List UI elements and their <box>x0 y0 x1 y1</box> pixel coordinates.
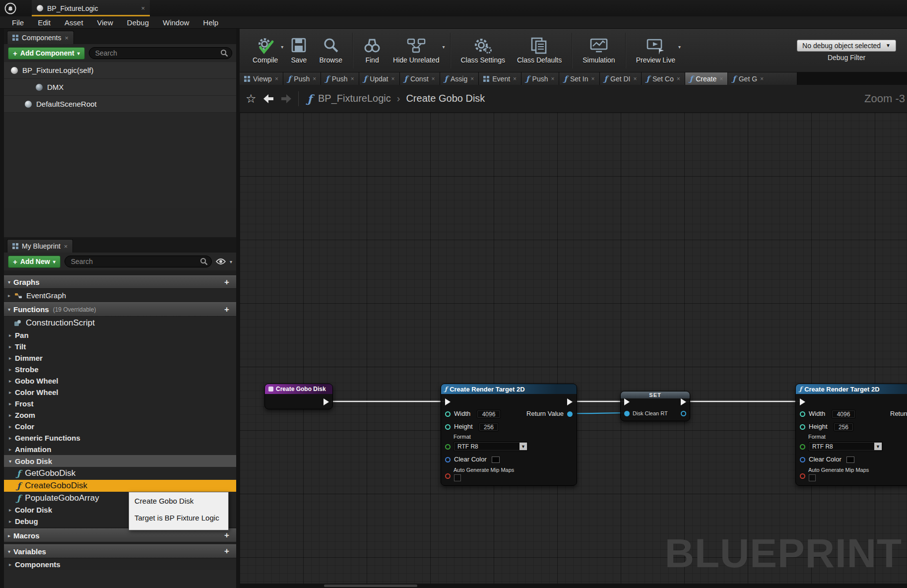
debug-object-select[interactable]: No debug object selected ▼ <box>797 40 896 52</box>
close-icon[interactable]: × <box>591 75 595 82</box>
expand-arrow-icon[interactable]: ▸ <box>8 293 10 298</box>
category-components[interactable]: ▸Components <box>4 558 236 570</box>
collapse-arrow-icon[interactable]: ▸ <box>8 533 10 538</box>
list-item-creategobodisk[interactable]: ƒ CreateGoboDisk <box>4 480 236 492</box>
format-pin[interactable] <box>445 444 451 450</box>
tree-row[interactable]: DMX <box>4 79 236 96</box>
mipmaps-checkbox[interactable] <box>809 474 816 481</box>
node-header[interactable]: SET <box>621 392 690 398</box>
add-function-button[interactable]: + <box>224 305 229 315</box>
format-pin[interactable] <box>800 444 805 450</box>
menu-asset[interactable]: Asset <box>58 16 90 29</box>
tab-close-icon[interactable]: × <box>141 4 145 12</box>
category-generic-functions[interactable]: ▸Generic Functions <box>4 432 236 444</box>
format-dropdown[interactable]: RTF R8 ▼ <box>808 442 883 451</box>
node-header[interactable]: ƒ Create Render Target 2D <box>796 384 907 394</box>
exec-out-pin[interactable] <box>681 398 686 405</box>
doc-tab-event[interactable]: Event × <box>479 72 521 85</box>
preview-live-chevron-icon[interactable]: ▾ <box>678 44 681 50</box>
visibility-eye-icon[interactable] <box>216 258 226 265</box>
graph-horizontal-scrollbar[interactable] <box>240 584 907 588</box>
class-defaults-button[interactable]: Class Defaults <box>511 31 568 70</box>
compile-options-chevron-icon[interactable]: ▾ <box>281 44 283 50</box>
tree-row[interactable]: BP_FixtureLogic(self) <box>4 62 236 79</box>
add-macro-button[interactable]: + <box>224 530 229 540</box>
clear-color-swatch[interactable] <box>846 457 854 463</box>
close-icon[interactable]: × <box>633 75 637 82</box>
section-macros[interactable]: ▸ Macros + <box>4 528 236 542</box>
menu-edit[interactable]: Edit <box>31 16 58 29</box>
height-input[interactable]: 256 <box>834 423 853 431</box>
forward-arrow-icon[interactable] <box>280 94 292 104</box>
doc-tab-create[interactable]: ƒ Create × <box>685 72 728 85</box>
mipmaps-pin[interactable] <box>800 473 805 479</box>
doc-tab-push-1[interactable]: ƒ Push × <box>283 72 321 85</box>
collapse-arrow-icon[interactable]: ▾ <box>8 279 10 285</box>
back-arrow-icon[interactable] <box>262 94 274 104</box>
height-pin[interactable] <box>800 424 805 430</box>
close-icon[interactable]: × <box>760 75 764 82</box>
node-create-render-target-2d-2[interactable]: ƒ Create Render Target 2D Width 4096 Ret… <box>795 384 907 486</box>
width-pin[interactable] <box>445 411 451 417</box>
category-gobo-wheel[interactable]: ▸Gobo Wheel <box>4 375 236 387</box>
mipmaps-pin[interactable] <box>445 473 451 479</box>
category-tilt[interactable]: ▸Tilt <box>4 341 236 352</box>
clear-color-swatch[interactable] <box>492 457 500 463</box>
disk-clean-rt-in-pin[interactable] <box>624 411 630 416</box>
node-create-render-target-2d[interactable]: ƒ Create Render Target 2D Width 4096 Ret… <box>441 384 577 486</box>
category-color[interactable]: ▸Color <box>4 421 236 432</box>
category-frost[interactable]: ▸Frost <box>4 398 236 409</box>
category-zoom[interactable]: ▸Zoom <box>4 409 236 421</box>
close-icon[interactable]: × <box>351 75 354 82</box>
list-item-getgobodisk[interactable]: ƒ GetGoboDisk <box>4 467 236 480</box>
width-input[interactable]: 4096 <box>477 410 501 418</box>
browse-button[interactable]: Browse <box>313 31 348 70</box>
disk-clean-rt-out-pin[interactable] <box>681 411 686 416</box>
clear-color-pin[interactable] <box>800 457 805 462</box>
category-strobe[interactable]: ▸Strobe <box>4 364 236 375</box>
doc-tab-set-in[interactable]: ƒ Set In × <box>559 72 599 85</box>
simulation-button[interactable]: Simulation <box>577 31 621 70</box>
node-header[interactable]: ƒ Create Render Target 2D <box>441 384 577 394</box>
components-tab-close-icon[interactable]: × <box>65 34 68 42</box>
add-component-button[interactable]: + Add Component ▾ <box>8 47 85 60</box>
menu-debug[interactable]: Debug <box>120 16 156 29</box>
exec-out-pin[interactable] <box>324 398 329 405</box>
close-icon[interactable]: × <box>275 75 278 82</box>
compile-button[interactable]: Compile <box>247 31 284 70</box>
doc-tab-get-di[interactable]: ƒ Get DI × <box>600 72 642 85</box>
doc-tab-const[interactable]: ƒ Const × <box>400 72 440 85</box>
my-blueprint-tab-close-icon[interactable]: × <box>64 243 68 250</box>
node-create-gobo-disk-entry[interactable]: Create Gobo Disk <box>264 384 333 409</box>
category-animation[interactable]: ▸Animation <box>4 444 236 455</box>
doc-tab-set-co[interactable]: ƒ Set Co × <box>642 72 685 85</box>
close-icon[interactable]: × <box>677 75 680 82</box>
width-input[interactable]: 4096 <box>832 410 855 418</box>
category-gobo-disk[interactable]: ▾Gobo Disk <box>4 455 236 467</box>
add-variable-button[interactable]: + <box>224 546 229 556</box>
menu-view[interactable]: View <box>90 16 120 29</box>
menu-window[interactable]: Window <box>156 16 196 29</box>
find-button[interactable]: Find <box>357 31 387 70</box>
close-icon[interactable]: × <box>719 75 723 82</box>
menu-help[interactable]: Help <box>196 16 225 29</box>
return-value-pin[interactable] <box>567 411 573 417</box>
exec-in-pin[interactable] <box>624 398 630 405</box>
doc-tab-viewport[interactable]: Viewp × <box>240 72 283 85</box>
close-icon[interactable]: × <box>313 75 316 82</box>
category-dimmer[interactable]: ▸Dimmer <box>4 352 236 364</box>
height-pin[interactable] <box>445 424 451 430</box>
format-dropdown[interactable]: RTF R8 ▼ <box>454 442 528 451</box>
node-set-disk-clean-rt[interactable]: SET Disk Clean RT <box>620 391 690 421</box>
exec-in-pin[interactable] <box>445 398 451 405</box>
exec-out-pin[interactable] <box>567 398 573 405</box>
section-variables[interactable]: ▾ Variables + <box>4 544 236 558</box>
doc-tab-update[interactable]: ƒ Updat × <box>359 72 400 85</box>
section-functions[interactable]: ▾ Functions (19 Overridable) + <box>4 302 236 317</box>
mipmaps-checkbox[interactable] <box>454 474 461 481</box>
close-icon[interactable]: × <box>551 75 554 82</box>
list-item-eventgraph[interactable]: ▸ EventGraph <box>4 289 236 302</box>
node-header[interactable]: Create Gobo Disk <box>265 384 332 394</box>
tree-row[interactable]: DefaultSceneRoot <box>4 96 236 113</box>
save-button[interactable]: Save <box>284 31 313 70</box>
